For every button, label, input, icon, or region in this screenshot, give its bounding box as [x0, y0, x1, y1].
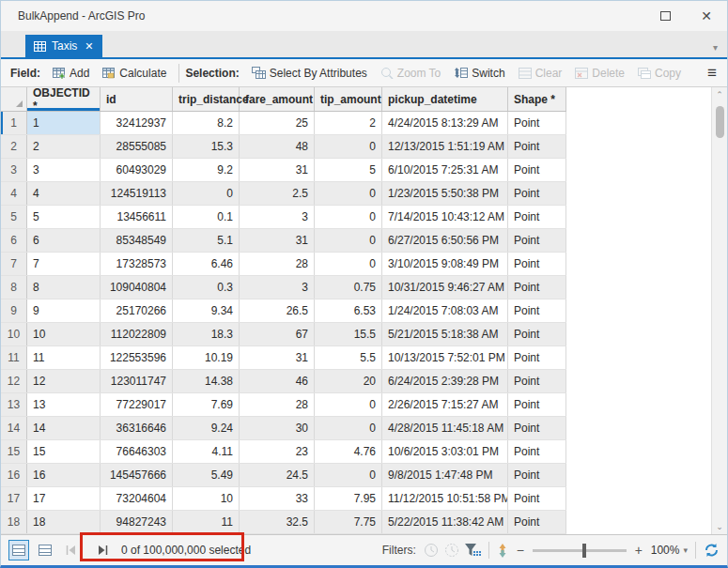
column-header-objectid[interactable]: OBJECTID *: [27, 87, 101, 111]
cell-objectid[interactable]: 8: [27, 276, 101, 299]
zoom-slider[interactable]: [533, 549, 627, 552]
last-record-button[interactable]: [93, 541, 112, 560]
cell-fare-amount[interactable]: 25: [240, 112, 315, 134]
cell-fare-amount[interactable]: 24.5: [240, 464, 315, 486]
range-filter-icon[interactable]: [444, 543, 459, 558]
cell-tip-amount[interactable]: 4.76: [315, 440, 382, 463]
column-header-trip-distance[interactable]: trip_distance: [173, 87, 240, 111]
cell-pickup-datetime[interactable]: 1/23/2015 5:50:38 PM: [382, 182, 508, 205]
row-number[interactable]: 15: [1, 440, 27, 463]
cell-pickup-datetime[interactable]: 12/13/2015 1:51:19 AM: [382, 135, 508, 158]
row-number[interactable]: 18: [1, 511, 27, 533]
cell-shape[interactable]: Point: [508, 159, 566, 181]
row-number[interactable]: 3: [1, 159, 27, 181]
cell-tip-amount[interactable]: 0: [315, 206, 382, 228]
add-field-button[interactable]: Add: [46, 62, 96, 84]
cell-trip-distance[interactable]: 0.1: [173, 206, 240, 228]
cell-objectid[interactable]: 15: [27, 440, 101, 463]
cell-fare-amount[interactable]: 3: [240, 276, 315, 299]
cell-pickup-datetime[interactable]: 10/31/2015 9:46:27 AM: [382, 276, 508, 299]
zoom-to-button[interactable]: Zoom To: [374, 62, 447, 84]
row-number[interactable]: 12: [1, 370, 27, 392]
cell-trip-distance[interactable]: 15.3: [173, 135, 240, 158]
row-number[interactable]: 16: [1, 464, 27, 486]
cell-pickup-datetime[interactable]: 6/27/2015 6:50:56 PM: [382, 229, 508, 252]
scrollbar-thumb[interactable]: [716, 106, 724, 138]
cell-id[interactable]: 77229017: [101, 393, 173, 416]
cell-pickup-datetime[interactable]: 10/13/2015 7:52:01 PM: [382, 346, 508, 369]
cell-id[interactable]: 145457666: [101, 464, 173, 486]
cell-id[interactable]: 73204604: [101, 487, 173, 510]
cell-shape[interactable]: Point: [508, 299, 566, 322]
cell-tip-amount[interactable]: 0: [315, 464, 382, 486]
row-number[interactable]: 10: [1, 323, 27, 345]
cell-trip-distance[interactable]: 9.2: [173, 159, 240, 181]
column-header-tip-amount[interactable]: tip_amount: [315, 87, 382, 111]
cell-fare-amount[interactable]: 67: [240, 323, 315, 345]
cell-id[interactable]: 13456611: [101, 206, 173, 228]
cell-objectid[interactable]: 11: [27, 346, 101, 369]
cell-objectid[interactable]: 14: [27, 417, 101, 439]
cell-pickup-datetime[interactable]: 6/10/2015 7:25:31 AM: [382, 159, 508, 181]
cell-pickup-datetime[interactable]: 5/21/2015 5:18:38 AM: [382, 323, 508, 345]
cell-pickup-datetime[interactable]: 7/14/2015 10:43:12 AM: [382, 206, 508, 228]
scroll-up-icon[interactable]: ⌃: [712, 87, 727, 102]
cell-id[interactable]: 36316646: [101, 417, 173, 439]
cell-trip-distance[interactable]: 0.3: [173, 276, 240, 299]
cell-trip-distance[interactable]: 18.3: [173, 323, 240, 345]
cell-fare-amount[interactable]: 3: [240, 206, 315, 228]
cell-objectid[interactable]: 13: [27, 393, 101, 416]
cell-id[interactable]: 60493029: [101, 159, 173, 181]
cell-pickup-datetime[interactable]: 4/24/2015 8:13:29 AM: [382, 112, 508, 134]
row-number[interactable]: 1: [1, 112, 27, 134]
cell-shape[interactable]: Point: [508, 229, 566, 252]
cell-objectid[interactable]: 10: [27, 323, 101, 345]
cell-objectid[interactable]: 17: [27, 487, 101, 510]
cell-id[interactable]: 124519113: [101, 182, 173, 205]
cell-trip-distance[interactable]: 7.69: [173, 393, 240, 416]
cell-trip-distance[interactable]: 10.19: [173, 346, 240, 369]
copy-selection-button[interactable]: Copy: [631, 62, 688, 84]
column-header-id[interactable]: id: [101, 87, 173, 111]
cell-id[interactable]: 17328573: [101, 253, 173, 275]
cell-tip-amount[interactable]: 0: [315, 135, 382, 158]
cell-tip-amount[interactable]: 5: [315, 159, 382, 181]
cell-pickup-datetime[interactable]: 4/28/2015 11:45:18 AM: [382, 417, 508, 439]
cell-pickup-datetime[interactable]: 5/22/2015 11:38:42 AM: [382, 511, 508, 533]
cell-trip-distance[interactable]: 5.49: [173, 464, 240, 486]
select-by-attributes-button[interactable]: Select By Attributes: [245, 62, 374, 84]
time-filter-icon[interactable]: [424, 543, 439, 558]
first-record-button[interactable]: [61, 541, 80, 560]
cell-shape[interactable]: Point: [508, 511, 566, 533]
cell-fare-amount[interactable]: 2.5: [240, 182, 315, 205]
cell-id[interactable]: 94827243: [101, 511, 173, 533]
attribute-filter-icon[interactable]: [465, 544, 481, 558]
cell-id[interactable]: 122553596: [101, 346, 173, 369]
cell-shape[interactable]: Point: [508, 370, 566, 392]
cell-objectid[interactable]: 16: [27, 464, 101, 486]
cell-fare-amount[interactable]: 48: [240, 135, 315, 158]
cell-pickup-datetime[interactable]: 1/24/2015 7:08:03 AM: [382, 299, 508, 322]
cell-tip-amount[interactable]: 0: [315, 229, 382, 252]
cell-objectid[interactable]: 7: [27, 253, 101, 275]
tab-taxis[interactable]: Taxis ✕: [25, 35, 102, 57]
cell-tip-amount[interactable]: 6.53: [315, 299, 382, 322]
cell-id[interactable]: 32412937: [101, 112, 173, 134]
cell-pickup-datetime[interactable]: 2/26/2015 7:15:27 AM: [382, 393, 508, 416]
cell-objectid[interactable]: 12: [27, 370, 101, 392]
cell-id[interactable]: 25170266: [101, 299, 173, 322]
cell-trip-distance[interactable]: 11: [173, 511, 240, 533]
cell-id[interactable]: 85348549: [101, 229, 173, 252]
select-all-corner[interactable]: [1, 87, 27, 111]
cell-tip-amount[interactable]: 0: [315, 393, 382, 416]
cell-fare-amount[interactable]: 30: [240, 417, 315, 439]
cell-objectid[interactable]: 4: [27, 182, 101, 205]
row-number[interactable]: 7: [1, 253, 27, 275]
cell-tip-amount[interactable]: 5.5: [315, 346, 382, 369]
cell-fare-amount[interactable]: 31: [240, 346, 315, 369]
cell-fare-amount[interactable]: 31: [240, 229, 315, 252]
column-header-pickup-datetime[interactable]: pickup_datetime: [382, 87, 508, 111]
cell-trip-distance[interactable]: 6.46: [173, 253, 240, 275]
cell-tip-amount[interactable]: 2: [315, 112, 382, 134]
row-number[interactable]: 9: [1, 299, 27, 322]
